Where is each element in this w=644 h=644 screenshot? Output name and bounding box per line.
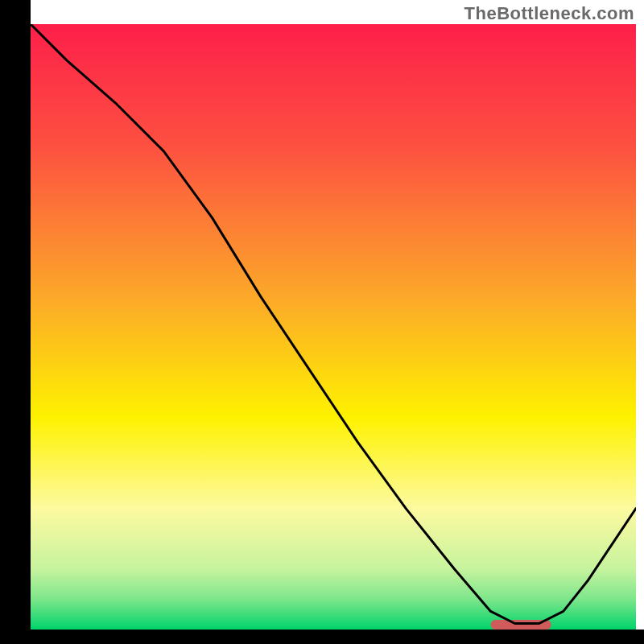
plot-border-right (636, 24, 644, 630)
watermark-text: TheBottleneck.com (464, 3, 634, 24)
plot-background (31, 24, 636, 630)
bottleneck-chart (0, 0, 644, 644)
chart-frame: TheBottleneck.com (0, 0, 644, 644)
axis-left (0, 0, 31, 644)
axis-bottom (0, 630, 644, 644)
